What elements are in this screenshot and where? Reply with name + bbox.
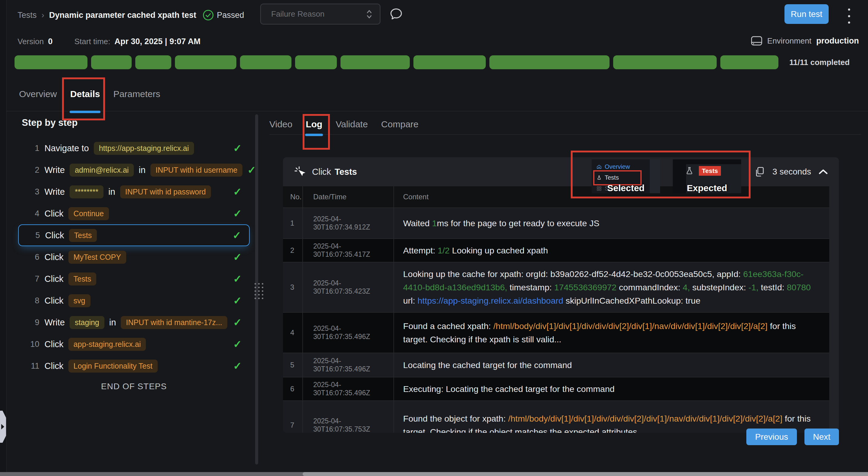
progress-segment[interactable] [720,55,778,69]
step-row[interactable]: 6ClickMyTest COPY✓ [18,246,250,268]
selected-thumbnail-label: Selected [592,183,660,193]
status-label: Passed [217,10,244,20]
step-check-icon: ✓ [234,360,242,372]
log-row-number: 1 [283,208,302,238]
step-action-text: Click [44,274,64,284]
status-badge: Passed [203,9,244,21]
comment-bubble-button[interactable] [389,6,405,22]
log-card: Click Tests 3 seconds No.Date/TimeConten… [283,157,839,433]
log-text-segment: testId: [758,282,786,292]
step-row[interactable]: 1Navigate tohttps://app-staging.relicx.a… [18,137,250,159]
progress-segment[interactable] [340,55,410,69]
step-action-text: Navigate to [44,143,89,153]
log-text-segment: Waited [403,218,432,228]
log-xpath-text: /html/body/div[1]/div[1]/div/div/div[2]/… [493,321,768,331]
log-row-timestamp: 2025-04-30T16:07:35.423Z [302,263,394,312]
progress-segment[interactable] [295,55,337,69]
log-content-text: Waited 1ms for the page to get ready to … [403,216,599,230]
step-target-chip: INPUT with id mantine-17z... [121,316,227,329]
step-target-chip: Login Functionality Test [68,360,158,373]
step-row[interactable]: 9WritestaginginINPUT with id mantine-17z… [18,311,250,333]
progress-segment[interactable] [489,55,610,69]
step-action-text: Click [44,252,64,262]
version-label: Version [18,37,44,46]
step-number: 8 [25,296,39,305]
step-action-text: Click [45,231,64,240]
step-row[interactable]: 5ClickTests✓ [18,225,250,246]
previous-button[interactable]: Previous [746,429,797,445]
step-check-icon: ✓ [234,142,242,154]
step-row[interactable]: 10Clickapp-staging.relicx.ai✓ [18,333,250,355]
main-tab-bar: OverviewDetailsParameters [7,77,868,111]
detail-tab-compare[interactable]: Compare [381,117,418,132]
step-action-text: Click [44,339,64,349]
step-action-text: in [108,187,115,197]
log-text-segment: url: [403,296,417,305]
run-test-button[interactable]: Run test [784,4,829,24]
step-target-chip: Tests [69,229,97,242]
step-check-icon: ✓ [234,273,242,285]
step-number: 3 [25,187,39,197]
collapse-chevron-up-icon[interactable] [818,169,828,175]
log-text-segment: Looking up cached xpath [450,245,548,255]
copy-icon[interactable] [754,166,765,177]
step-row[interactable]: 4ClickContinue✓ [18,203,250,225]
log-row-timestamp: 2025-04-30T16:07:35.417Z [302,239,394,262]
detail-tab-video[interactable]: Video [269,117,292,132]
progress-segment[interactable] [14,55,88,69]
mini-nav-label: Overview [605,163,630,170]
log-row-number: 7 [283,401,302,433]
log-row: 52025-04-30T16:07:35.496ZLocating the ca… [283,352,829,377]
next-button[interactable]: Next [804,429,839,445]
step-row[interactable]: 3Write********inINPUT with id password✓ [18,181,250,203]
log-row: 72025-04-30T16:07:35.753ZFound the objec… [283,400,829,433]
step-action-text: Write [44,317,65,328]
log-row-timestamp: 2025-04-30T16:07:34.912Z [302,208,394,238]
horizontal-scrollbar-thumb[interactable] [303,472,868,476]
environment-info: Environment production [751,36,859,46]
progress-segment[interactable] [175,55,236,69]
log-row-number: 4 [283,313,302,352]
selected-thumbnail[interactable]: OverviewTestsSuites Selected [592,159,660,193]
expand-sidebar-arrow[interactable] [0,411,6,443]
more-options-kebab[interactable] [846,8,852,24]
log-text-segment: timestamp: [507,282,554,292]
progress-segment[interactable] [91,55,132,69]
log-text-segment: 80780 [787,282,811,292]
right-triangle-icon [1,424,4,430]
step-check-icon: ✓ [234,251,242,263]
step-by-step-panel: Step by step 1Navigate tohttps://app-sta… [7,112,266,466]
progress-segment[interactable] [413,55,486,69]
steps-list: 1Navigate tohttps://app-staging.relicx.a… [7,137,266,391]
progress-segment[interactable] [135,55,171,69]
log-action-verb: Click [312,167,331,177]
log-text-segment: Found a cached xpath: [403,321,493,331]
expected-thumbnail[interactable]: Tests Expected [673,159,741,193]
collapsed-sidebar-rail [0,0,7,476]
step-check-icon: ✓ [234,295,242,307]
breadcrumb-tests-link[interactable]: Tests [18,10,37,20]
log-row: 62025-04-30T16:07:35.496ZExecuting: Loca… [283,377,829,400]
steps-panel-title: Step by step [22,117,78,128]
step-row[interactable]: 11ClickLogin Functionality Test✓ [18,355,250,377]
step-number: 11 [25,362,39,371]
panel-resize-handle[interactable] [254,283,263,299]
step-check-icon: ✓ [234,316,242,329]
detail-tab-validate[interactable]: Validate [336,117,368,132]
tab-details[interactable]: Details [70,87,100,102]
detail-tab-bar: VideoLogValidateCompare [269,114,861,135]
log-col-time: Date/Time [302,186,394,207]
log-row-number: 2 [283,239,302,262]
step-action-text: Write [44,165,65,175]
tab-overview[interactable]: Overview [19,87,57,102]
log-url-link[interactable]: https://app-staging.relicx.ai/dashboard [417,296,563,305]
detail-tab-log[interactable]: Log [306,117,322,132]
expected-thumbnail-label: Expected [673,183,741,193]
progress-segment[interactable] [613,55,717,69]
failure-reason-select[interactable]: Failure Reason [260,4,380,25]
step-row[interactable]: 7ClickTests✓ [18,268,250,290]
tab-parameters[interactable]: Parameters [113,87,160,102]
step-row[interactable]: 8Clicksvg✓ [18,290,250,311]
step-row[interactable]: 2Writeadmin@relicx.aiinINPUT with id use… [18,159,250,181]
progress-segment[interactable] [240,55,291,69]
